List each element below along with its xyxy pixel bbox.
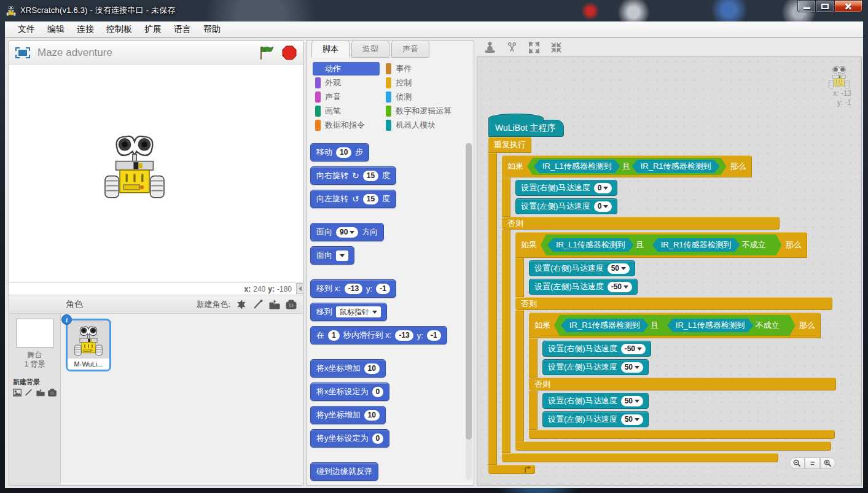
camera-backdrop-icon[interactable] [48,389,57,397]
right-motor-speed-dropdown[interactable]: 50 [621,396,643,406]
sensor-ir-l1-block[interactable]: IR_L1传感器检测到 [547,238,634,252]
block-point-towards[interactable]: 面向 [310,246,354,265]
turn-right-input[interactable]: 15 [363,171,378,181]
set-left-motor-block[interactable]: 设置(左侧)马达速度 50 [542,359,649,375]
camera-sprite-icon[interactable] [286,300,297,309]
zoom-out-button[interactable] [789,457,805,469]
sensor-ir-r1-block[interactable]: IR_R1传感器检测到 [652,238,740,252]
not-operator-block[interactable]: IR_R1传感器检测到 不成立 [646,236,775,254]
upload-backdrop-icon[interactable] [36,389,45,397]
menu-board[interactable]: 控制板 [101,22,138,37]
category-events[interactable]: 事件 [383,62,467,76]
stop-button[interactable] [282,45,297,60]
maximize-button[interactable] [816,0,834,12]
set-y-input[interactable]: 0 [372,433,384,444]
menu-language[interactable]: 语言 [168,22,197,37]
category-operators[interactable]: 数字和逻辑运算 [383,104,467,118]
zoom-reset-button[interactable]: = [805,457,820,469]
set-right-motor-block[interactable]: 设置(右侧)马达速度 50 [529,260,635,276]
collapse-panel-arrow[interactable] [296,283,303,294]
robot-sprite-on-stage[interactable] [103,131,166,200]
turn-left-input[interactable]: 15 [363,194,378,204]
paint-backdrop-icon[interactable] [25,389,33,397]
zoom-in-button[interactable] [820,457,835,469]
if3-header[interactable]: 如果 IR_R1传感器检测到 且 IR_L1传感器检测到 [529,312,821,338]
scissors-delete-icon[interactable] [506,42,518,53]
block-turn-right[interactable]: 向右旋转 ↻ 15 度 [310,166,396,185]
category-pen[interactable]: 画笔 [313,104,380,118]
set-x-input[interactable]: 0 [372,387,384,397]
project-title[interactable]: Maze adventure [37,47,251,59]
set-left-motor-block[interactable]: 设置(左侧)马达速度 0 [515,198,617,214]
tab-sounds[interactable]: 声音 [391,41,429,58]
block-glide[interactable]: 在 1 秒内滑行到 x: -13 y: -1 [310,326,447,344]
hat-block-wulibot-main[interactable]: WuLiBot 主程序 [488,120,564,137]
change-y-input[interactable]: 10 [364,410,380,421]
backdrop-library-icon[interactable] [13,389,22,397]
scrollbar-thumb[interactable] [466,143,472,440]
point-towards-dropdown[interactable] [336,250,348,261]
category-control[interactable]: 控制 [383,76,467,90]
category-robot[interactable]: 机器人模块 [383,118,467,132]
fullscreen-icon[interactable] [15,47,30,58]
menu-connect[interactable]: 连接 [71,22,100,37]
category-sensing[interactable]: 侦测 [383,90,467,104]
set-left-motor-block[interactable]: 设置(左侧)马达速度 -50 [529,279,638,295]
sprite-info-icon[interactable]: i [61,314,72,325]
block-point-direction[interactable]: 面向 90 方向 [310,223,384,241]
green-flag-button[interactable] [259,45,275,60]
set-left-motor-block[interactable]: 设置(左侧)马达速度 50 [542,411,649,427]
right-motor-speed-dropdown[interactable]: 0 [594,183,612,193]
category-motion[interactable]: 动作 [313,62,380,76]
menu-extensions[interactable]: 扩展 [139,22,167,37]
stage-thumbnail[interactable] [16,319,54,347]
sensor-ir-r1-block[interactable]: IR_R1传感器检测到 [561,319,649,332]
forever-block[interactable]: 重复执行 如果 IR_L1传感器检测到 [488,137,836,474]
if2-header[interactable]: 如果 IR_L1传感器检测到 且 IR_R1传感器检测到 [515,232,807,258]
block-set-y[interactable]: 将y坐标设定为 0 [310,429,389,448]
paint-new-sprite-icon[interactable] [252,300,264,309]
glide-x-input[interactable]: -13 [395,330,413,341]
if-else-block-2[interactable]: 如果 IR_L1传感器检测到 且 IR_R1传感器检测到 [515,232,836,451]
menu-help[interactable]: 帮助 [198,22,226,37]
forever-header[interactable]: 重复执行 [488,137,531,153]
and-operator-block[interactable]: IR_L1传感器检测到 且 IR_R1传感器检测到 不成立 [541,235,782,255]
else-arm-3[interactable]: 否则 [529,378,836,390]
direction-dropdown[interactable]: 90 [336,227,358,238]
duplicate-stamp-icon[interactable] [484,42,496,53]
else-arm-2[interactable]: 否则 [515,297,832,310]
palette-scrollbar[interactable] [466,143,472,480]
right-motor-speed-dropdown[interactable]: -50 [621,344,646,354]
left-motor-speed-dropdown[interactable]: 50 [621,414,643,425]
stage-canvas[interactable] [9,64,303,283]
set-right-motor-block[interactable]: 设置(右侧)马达速度 0 [515,180,617,196]
else-arm-1[interactable]: 否则 [502,217,780,230]
glide-y-input[interactable]: -1 [427,330,441,341]
block-change-x[interactable]: 将x坐标增加 10 [310,359,386,378]
block-set-x[interactable]: 将x坐标设定为 0 [310,382,389,401]
glide-secs-input[interactable]: 1 [328,330,340,341]
sprite-card-mwulibot[interactable]: i M-WuLi... [66,319,111,371]
category-sound[interactable]: 声音 [313,90,380,104]
if-else-block-1[interactable]: 如果 IR_L1传感器检测到 且 IR_R1传感器检测到 那么 [502,155,836,462]
category-data[interactable]: 数据和指令 [313,118,380,132]
block-change-y[interactable]: 将y坐标增加 10 [310,406,386,424]
block-goto-xy[interactable]: 移到 x: -13 y: -1 [310,279,396,298]
sensor-ir-l1-block[interactable]: IR_L1传感器检测到 [534,160,620,173]
set-right-motor-block[interactable]: 设置(右侧)马达速度 50 [542,393,649,409]
title-bar[interactable]: XRScratch(v1.6.3) - 没有连接串口 - 未保存 [0,0,868,21]
left-motor-speed-dropdown[interactable]: 0 [594,201,612,212]
block-goto-target[interactable]: 移到 鼠标指针 [310,303,387,321]
right-motor-speed-dropdown[interactable]: 50 [608,263,630,274]
close-button[interactable] [834,0,862,12]
tab-costumes[interactable]: 造型 [351,41,389,58]
and-operator-block[interactable]: IR_L1传感器检测到 且 IR_R1传感器检测到 [527,158,727,175]
tab-scripts[interactable]: 脚本 [311,41,350,58]
minimize-button[interactable] [797,0,816,12]
category-looks[interactable]: 外观 [313,76,380,90]
shrink-icon[interactable] [550,42,562,53]
if1-header[interactable]: 如果 IR_L1传感器检测到 且 IR_R1传感器检测到 那么 [502,155,752,177]
if-else-block-3[interactable]: 如果 IR_R1传感器检测到 且 IR_L1传感器检测到 [529,312,836,439]
and-operator-block[interactable]: IR_R1传感器检测到 且 IR_L1传感器检测到 不成立 [554,315,796,336]
grow-icon[interactable] [528,42,540,53]
